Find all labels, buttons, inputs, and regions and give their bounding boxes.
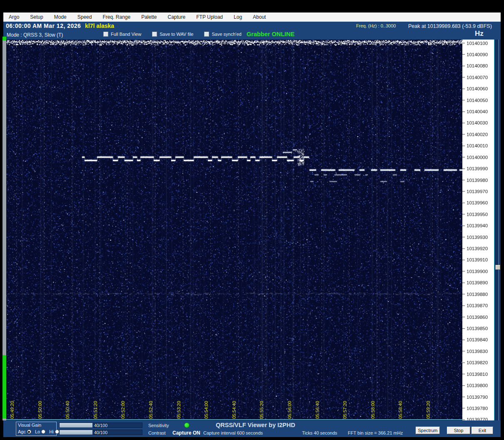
menu-item-speed[interactable]: Speed [72,13,97,22]
visual-gain-radios: AgcLoHi [18,429,59,434]
spectrogram-bottom-border [6,419,494,420]
checkbox-icon[interactable] [152,32,157,37]
freq-label: 10139800 [462,383,488,388]
freq-tick-mark [462,169,465,169]
menu-item-argo[interactable]: Argo [3,13,25,22]
menu-item-setup[interactable]: Setup [25,13,48,22]
radio-lo[interactable]: Lo [35,429,45,434]
checkbox-icon[interactable] [103,32,108,37]
radio-button-icon[interactable] [27,430,31,434]
scrollbar-groove [499,40,499,420]
menu-item-ftp-upload[interactable]: FTP Upload [191,13,228,22]
time-label: 05:57:20 [342,401,347,419]
freq-label: 10139840 [462,337,488,343]
freq-tick-mark [462,420,465,420]
menu-item-log[interactable]: Log [228,13,247,22]
menu-item-capture[interactable]: Capture [162,13,191,22]
freq-label: 10139920 [462,246,488,251]
time-label: 05:50:00 [37,401,42,419]
scrollbar-handle[interactable] [495,265,500,270]
time-label: 05:59:20 [426,401,431,419]
freq-label: 10139990 [462,166,488,172]
freq-tick-mark [462,66,465,66]
freq-tick-mark [462,134,465,134]
app-title: QRSS/VLF Viewer by I2PHD [216,422,295,428]
freq-label: 10139870 [462,303,488,308]
freq-label: 10140050 [462,97,488,103]
fft-info-label: FFT bin size = 366.21 mHz [348,430,403,435]
freq-tick-mark [462,397,465,397]
capture-indicator-icon [184,423,190,428]
contrast-slider[interactable]: 40/100 [59,430,142,435]
freq-label: 10139900 [462,268,488,274]
capture-status: Capture ON [172,430,200,436]
checkbox-save-to-wav-file[interactable]: Save to WAV file [152,32,193,37]
freq-tick-mark [462,112,465,112]
freq-tick-mark [462,271,465,271]
freq-tick-mark [462,328,465,329]
freq-tick-mark [462,100,465,100]
exit-button[interactable]: Exit [472,427,493,434]
waterfall-spectrogram[interactable]: 05:49:2005:50:0005:50:4005:51:2005:52:00… [6,40,462,420]
stop-button[interactable]: Stop [447,427,470,434]
time-label: 05:58:40 [398,401,403,419]
freq-tick-mark [462,374,465,374]
grabber-status: Grabber ONLINE [247,31,294,37]
freq-label: 10140010 [462,143,488,149]
sensitivity-slider[interactable]: 40/100 [59,423,142,428]
time-label: 05:49:20 [10,401,15,419]
bottom-control-bar: Visual Gain AgcLoHi 40/100Sensitivity40/… [3,420,501,437]
contrast-slider-label: Contrast [148,430,166,435]
checkbox-save-synch-ed[interactable]: Save synch'ed [204,32,241,37]
frequency-scale: 1014010010140090101400801014007010140060… [462,40,494,421]
right-scrollbar [494,40,501,420]
radio-label: Lo [35,429,40,434]
freq-label: 10140080 [462,63,488,69]
freq-label: 10140090 [462,52,488,57]
time-label: 05:53:20 [176,401,181,419]
ticks-info-label: Ticks 40 seconds [302,430,337,435]
scale-unit-label: Hz [475,30,484,38]
freq-label: 10139820 [462,360,488,365]
radio-hi[interactable]: Hi [49,429,59,434]
slider-value: 40/100 [60,430,142,435]
progress-fill [2,355,6,418]
menu-item-mode[interactable]: Mode [49,13,72,22]
checkbox-label: Save synch'ed [212,32,241,37]
menu-item-palette[interactable]: Palette [136,13,162,22]
menu-item-about[interactable]: About [247,13,271,22]
radio-agc[interactable]: Agc [18,429,31,434]
time-label: 05:54:00 [204,401,209,419]
checkbox-icon[interactable] [204,32,209,37]
spectrogram-canvas[interactable] [6,40,462,420]
freq-tick-mark [462,363,465,363]
freq-label: 10139850 [462,326,488,331]
freq-label: 10139970 [462,189,488,194]
freq-tick-mark [462,340,465,340]
freq-label: 10140000 [462,154,488,160]
radio-button-icon[interactable] [41,430,45,434]
freq-label: 10140020 [462,132,488,137]
freq-label: 10139910 [462,257,488,263]
checkbox-full-band-view[interactable]: Full Band View [103,32,141,37]
freq-tick-mark [462,43,465,43]
peak-readout: Peak at 10139989.683 (-53.9 dBFS) [408,23,492,29]
time-label: 05:52:40 [148,401,153,419]
freq-tick-mark [462,54,465,55]
time-label: 05:56:40 [315,401,320,419]
radio-button-icon[interactable] [55,430,59,434]
freq-tick-mark [462,294,465,294]
freq-tick-mark [462,317,465,317]
freq-label: 10139790 [462,394,488,400]
freq-label: 10139860 [462,314,488,320]
freq-tick-mark [462,191,465,191]
freq-tick-mark [462,306,465,306]
argo-window: ArgoSetupModeSpeedFreq. RangePaletteCapt… [0,0,504,440]
spectrum-button[interactable]: Spectrum [416,427,440,434]
checkbox-row: Full Band ViewSave to WAV fileSave synch… [103,32,242,37]
slider-value: 40/100 [60,423,142,428]
capture-interval-label: Capture interval 600 seconds [203,430,263,435]
menu-item-freq-range[interactable]: Freq. Range [97,13,136,22]
visual-gain-group: Visual Gain AgcLoHi [16,422,57,436]
visual-gain-label: Visual Gain [18,423,41,428]
